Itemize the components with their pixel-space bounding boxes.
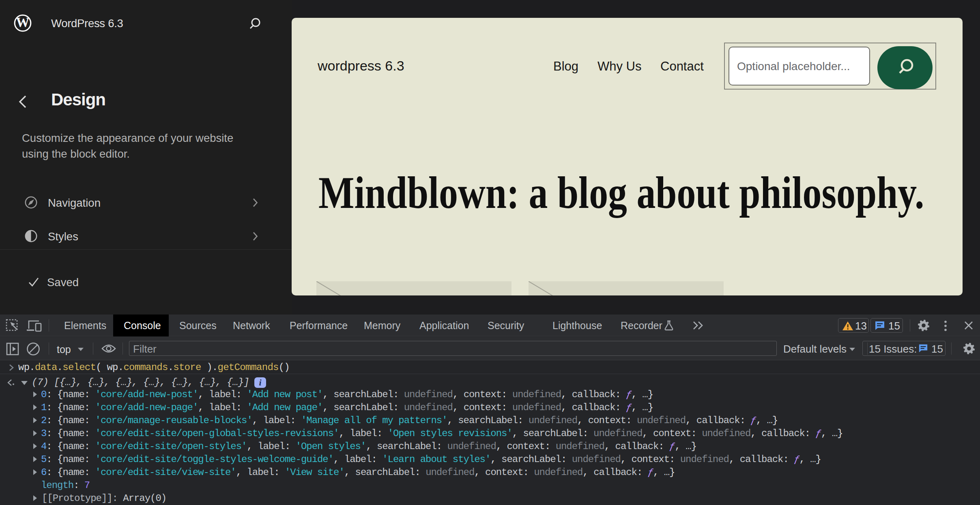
svg-text:W: W bbox=[16, 15, 30, 30]
